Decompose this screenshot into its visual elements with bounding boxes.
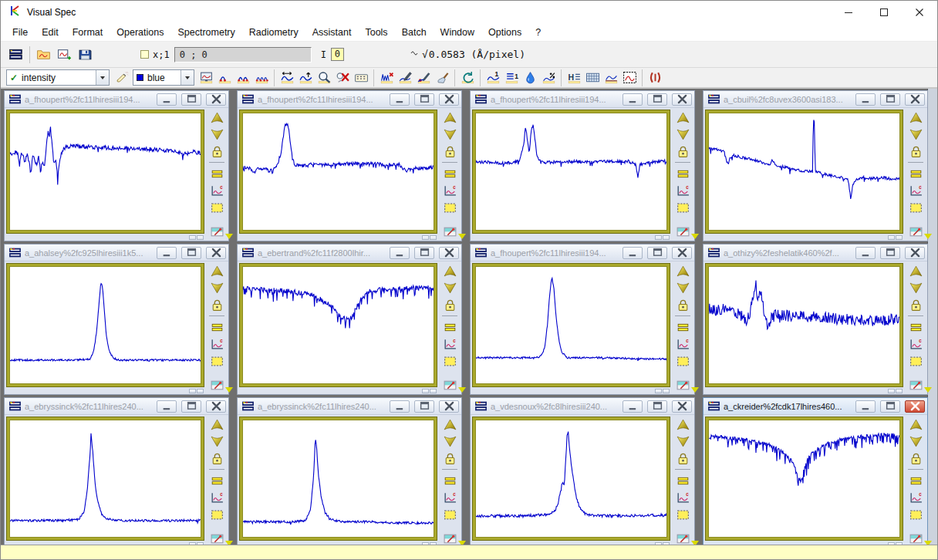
menu-spectrometry[interactable]: Spectrometry xyxy=(170,25,241,40)
select-region-icon[interactable] xyxy=(441,353,458,369)
spectrum-window-3[interactable]: a_fhoupert%2fc11lhiresiii194...c xyxy=(470,90,695,241)
window-close-button[interactable] xyxy=(905,400,925,413)
lock-icon[interactable] xyxy=(907,143,924,159)
window-titlebar[interactable]: a_fhoupert%2fc11lhiresiii194... xyxy=(5,91,228,108)
window-close-button[interactable] xyxy=(672,93,692,106)
despike-button[interactable] xyxy=(377,69,396,86)
spectrum-plot[interactable] xyxy=(708,113,900,231)
window-close-button[interactable] xyxy=(905,93,925,106)
window-minimize-button[interactable] xyxy=(623,247,643,259)
app-minimize-button[interactable] xyxy=(831,1,866,24)
spectrum-plot[interactable] xyxy=(9,266,201,384)
overlay-chart-icon[interactable]: c xyxy=(441,183,458,198)
window-close-button[interactable] xyxy=(439,93,459,106)
select-region-icon[interactable] xyxy=(208,507,225,522)
pin-annotation-icon[interactable] xyxy=(208,224,225,239)
expand-marker-icon[interactable] xyxy=(225,387,233,396)
coordinate-field[interactable]: 0 ; 0 xyxy=(174,47,312,62)
display-mode-select[interactable]: ✓intensity xyxy=(6,69,110,86)
draw-pen-button[interactable] xyxy=(396,69,414,86)
lower-scale-icon[interactable] xyxy=(208,433,225,449)
scrollbar-buttons[interactable] xyxy=(655,542,670,545)
menu-edit[interactable]: Edit xyxy=(35,25,66,40)
spectrum-window-10[interactable]: a_ebryssinck%2fc11lhires240...c xyxy=(237,397,462,545)
raise-scale-icon[interactable] xyxy=(441,110,458,125)
window-close-button[interactable] xyxy=(206,247,226,259)
percent-adjust-button[interactable] xyxy=(539,69,558,86)
expand-marker-icon[interactable] xyxy=(225,234,233,243)
menu-format[interactable]: Format xyxy=(66,25,110,40)
color-select[interactable]: blue xyxy=(133,69,194,86)
overlay-chart-icon[interactable]: c xyxy=(907,336,924,352)
window-minimize-button[interactable] xyxy=(390,400,410,413)
lower-scale-icon[interactable] xyxy=(208,127,225,142)
window-minimize-button[interactable] xyxy=(390,93,410,106)
app-maximize-button[interactable] xyxy=(866,1,902,24)
overlay-chart-icon[interactable]: c xyxy=(441,336,458,352)
spectrum-window-2[interactable]: a_fhoupert%2fc11lhiresiii194...c xyxy=(237,90,462,241)
overlay-chart-icon[interactable]: c xyxy=(907,490,924,505)
menu-help[interactable]: ? xyxy=(528,25,548,40)
style-pick-button[interactable] xyxy=(112,69,130,86)
window-restore-button[interactable] xyxy=(414,93,434,106)
scrollbar-buttons[interactable] xyxy=(189,389,204,393)
raise-scale-icon[interactable] xyxy=(907,263,924,278)
lock-icon[interactable] xyxy=(907,297,924,312)
window-close-button[interactable] xyxy=(206,400,226,413)
window-titlebar[interactable]: a_fhoupert%2fc11lhiresiii194... xyxy=(471,245,694,261)
spectrum-plot[interactable] xyxy=(9,113,201,231)
spectrum-window-6[interactable]: a_ebertrand%2fc11f2800lhir...c xyxy=(237,244,462,395)
spectrum-window-11[interactable]: a_vdesnoux%2fc8lhiresiii240...c xyxy=(470,397,695,545)
select-region-icon[interactable] xyxy=(907,200,924,215)
scrollbar-buttons[interactable] xyxy=(655,389,670,393)
window-restore-button[interactable] xyxy=(414,400,434,413)
new-display-button[interactable] xyxy=(54,44,75,65)
lower-scale-icon[interactable] xyxy=(907,433,924,449)
normalize-one-button[interactable]: 1 xyxy=(484,69,502,86)
scrollbar-buttons[interactable] xyxy=(189,542,204,545)
scrollbar-buttons[interactable] xyxy=(655,235,670,240)
pin-annotation-icon[interactable] xyxy=(208,531,225,545)
lock-icon[interactable] xyxy=(208,450,225,466)
menu-options[interactable]: Options xyxy=(481,25,528,40)
expand-marker-icon[interactable] xyxy=(458,387,466,396)
window-titlebar[interactable]: a_vdesnoux%2fc8lhiresiii240... xyxy=(471,398,694,415)
zoom-in-button[interactable] xyxy=(315,69,333,86)
lock-icon[interactable] xyxy=(674,297,691,312)
window-minimize-button[interactable] xyxy=(157,400,177,413)
raise-scale-icon[interactable] xyxy=(674,110,691,125)
lock-icon[interactable] xyxy=(441,143,458,159)
expand-marker-icon[interactable] xyxy=(691,541,699,545)
select-region-icon[interactable] xyxy=(674,507,691,522)
pin-annotation-icon[interactable] xyxy=(441,377,458,393)
display-mode-dropdown-button[interactable] xyxy=(96,70,109,85)
zoom-delete-button[interactable] xyxy=(333,69,352,86)
spectrum-window-12[interactable]: a_ckreider%2fcdk17lhires460...c xyxy=(703,397,928,545)
menu-assistant[interactable]: Assistant xyxy=(305,25,359,40)
window-restore-button[interactable] xyxy=(181,400,201,413)
annotate-keyboard-button[interactable] xyxy=(352,69,370,86)
raise-scale-icon[interactable] xyxy=(208,110,225,125)
equalize-icon[interactable] xyxy=(208,319,225,335)
window-titlebar[interactable]: a_ckreider%2fcdk17lhires460... xyxy=(704,398,927,415)
app-titlebar[interactable]: Visual Spec xyxy=(1,1,937,24)
raise-scale-icon[interactable] xyxy=(441,417,458,432)
window-minimize-button[interactable] xyxy=(855,400,876,413)
window-titlebar[interactable]: a_othizy%2feshelatik460%2f... xyxy=(704,245,927,261)
window-restore-button[interactable] xyxy=(880,247,900,259)
split-compare-button[interactable] xyxy=(646,69,664,86)
overlay-chart-icon[interactable]: c xyxy=(208,183,225,198)
window-restore-button[interactable] xyxy=(880,400,900,413)
reference-lines-one-button[interactable]: 1 xyxy=(502,69,521,86)
select-region-icon[interactable] xyxy=(441,507,458,522)
window-minimize-button[interactable] xyxy=(623,93,643,106)
window-minimize-button[interactable] xyxy=(623,400,643,413)
lower-scale-icon[interactable] xyxy=(674,127,691,142)
window-restore-button[interactable] xyxy=(647,93,667,106)
raise-scale-icon[interactable] xyxy=(674,417,691,432)
lower-scale-icon[interactable] xyxy=(441,280,458,295)
spectrum-window-4[interactable]: a_cbuil%2fc8uvex3600asi183...c xyxy=(703,90,928,241)
window-titlebar[interactable]: a_ebryssinck%2fc11lhires240... xyxy=(238,398,461,415)
menu-tools[interactable]: Tools xyxy=(358,25,394,40)
overlay-chart-icon[interactable]: c xyxy=(208,490,225,505)
